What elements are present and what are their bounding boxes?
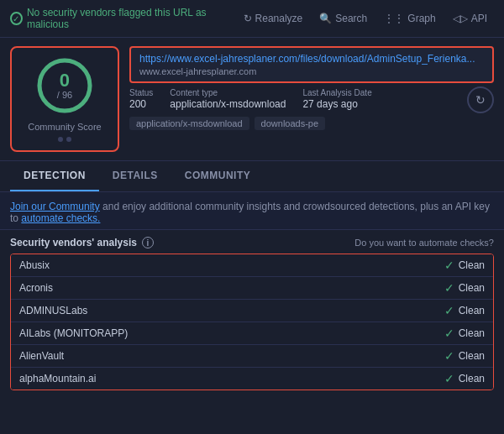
score-text: 0 / 96 bbox=[57, 71, 72, 100]
vendor-status-label: Clean bbox=[459, 373, 485, 384]
main-content: 0 / 96 Community Score https://www.excel… bbox=[0, 38, 504, 161]
dot-1 bbox=[58, 137, 63, 142]
safe-badge: ✓ No security vendors flagged this URL a… bbox=[10, 7, 232, 30]
tab-detection[interactable]: DETECTION bbox=[10, 161, 99, 191]
vendor-status-label: Clean bbox=[459, 305, 485, 316]
analysis-header: Security vendors' analysis i Do you want… bbox=[10, 237, 494, 248]
vendor-name: Abusix bbox=[19, 259, 50, 271]
table-row: alphaMountain.ai ✓ Clean bbox=[11, 368, 493, 390]
refresh-button[interactable]: ↻ bbox=[467, 86, 494, 113]
dot-2 bbox=[66, 137, 71, 142]
api-icon: ◁▷ bbox=[453, 13, 468, 24]
info-icon[interactable]: i bbox=[142, 237, 154, 248]
table-row: AILabs (MONITORAPP) ✓ Clean bbox=[11, 322, 493, 345]
search-icon: 🔍 bbox=[319, 13, 332, 24]
vendor-status: ✓ Clean bbox=[444, 304, 485, 317]
top-actions: ↻ Reanalyze 🔍 Search ⋮⋮ Graph ◁▷ API bbox=[237, 9, 494, 28]
content-type-label: Content type bbox=[170, 88, 286, 97]
score-dots bbox=[58, 137, 71, 142]
status-value: 200 bbox=[129, 98, 146, 110]
safe-message: No security vendors flagged this URL as … bbox=[27, 7, 232, 30]
join-community-link[interactable]: Join our Community bbox=[10, 201, 100, 212]
content-type-value: application/x-msdownload bbox=[170, 98, 286, 110]
tag-msdownload[interactable]: application/x-msdownload bbox=[129, 117, 249, 130]
url-section: https://www.excel-jahresplaner.com/files… bbox=[129, 46, 494, 152]
api-button[interactable]: ◁▷ API bbox=[446, 9, 494, 28]
vendor-list: Abusix ✓ Clean Acronis ✓ Clean ADMINUSLa… bbox=[10, 254, 494, 390]
analysis-section: Security vendors' analysis i Do you want… bbox=[0, 230, 504, 397]
vendor-name: ADMINUSLabs bbox=[19, 305, 87, 316]
url-box: https://www.excel-jahresplaner.com/files… bbox=[129, 46, 494, 83]
check-icon: ✓ bbox=[444, 349, 454, 363]
last-analysis-label: Last Analysis Date bbox=[302, 88, 371, 97]
graph-button[interactable]: ⋮⋮ Graph bbox=[377, 9, 442, 28]
vendor-name: alphaMountain.ai bbox=[19, 373, 96, 384]
tag-downloads-pe[interactable]: downloads-pe bbox=[255, 117, 326, 130]
meta-row: Status 200 Content type application/x-ms… bbox=[129, 88, 372, 110]
graph-icon: ⋮⋮ bbox=[384, 13, 404, 24]
score-circle: 0 / 96 bbox=[35, 56, 94, 115]
table-row: ADMINUSLabs ✓ Clean bbox=[11, 300, 493, 322]
vendor-status: ✓ Clean bbox=[444, 349, 485, 363]
vendor-status: ✓ Clean bbox=[444, 281, 485, 295]
vendor-name: AILabs (MONITORAPP) bbox=[19, 327, 128, 339]
safe-icon: ✓ bbox=[10, 12, 23, 25]
top-bar: ✓ No security vendors flagged this URL a… bbox=[0, 0, 504, 38]
check-icon: ✓ bbox=[444, 327, 454, 340]
tags-row: application/x-msdownload downloads-pe bbox=[129, 117, 372, 130]
reanalyze-icon: ↻ bbox=[244, 13, 252, 24]
automate-checks-link[interactable]: automate checks. bbox=[21, 212, 100, 224]
score-number: 0 bbox=[57, 71, 72, 90]
tab-details[interactable]: DETAILS bbox=[99, 161, 171, 191]
vendor-status-label: Clean bbox=[459, 327, 485, 339]
vendor-status-label: Clean bbox=[459, 259, 485, 271]
community-banner: Join our Community and enjoy additional … bbox=[0, 192, 504, 230]
search-button[interactable]: 🔍 Search bbox=[312, 9, 374, 28]
analysis-title: Security vendors' analysis i bbox=[10, 237, 154, 248]
score-denom: / 96 bbox=[57, 90, 72, 100]
tab-community[interactable]: COMMUNITY bbox=[171, 161, 265, 191]
url-domain: www.excel-jahresplaner.com bbox=[139, 66, 484, 76]
url-text[interactable]: https://www.excel-jahresplaner.com/files… bbox=[139, 53, 484, 65]
vendor-status: ✓ Clean bbox=[444, 327, 485, 340]
reanalyze-button[interactable]: ↻ Reanalyze bbox=[237, 9, 310, 28]
check-icon: ✓ bbox=[444, 259, 454, 272]
community-text: Join our Community and enjoy additional … bbox=[10, 201, 494, 224]
vendor-name: AlienVault bbox=[19, 350, 64, 362]
meta-content-type: Content type application/x-msdownload bbox=[170, 88, 286, 110]
meta-last-analysis: Last Analysis Date 27 days ago bbox=[302, 88, 371, 110]
last-analysis-value: 27 days ago bbox=[302, 98, 357, 110]
table-row: AlienVault ✓ Clean bbox=[11, 345, 493, 368]
vendor-status-label: Clean bbox=[459, 350, 485, 362]
vendor-status: ✓ Clean bbox=[444, 259, 485, 272]
score-label: Community Score bbox=[28, 122, 101, 132]
check-icon: ✓ bbox=[444, 304, 454, 317]
vendor-status: ✓ Clean bbox=[444, 372, 485, 385]
table-row: Abusix ✓ Clean bbox=[11, 254, 493, 277]
vendor-name: Acronis bbox=[19, 282, 53, 294]
check-icon: ✓ bbox=[444, 281, 454, 295]
vendor-status-label: Clean bbox=[459, 282, 485, 294]
table-row: Acronis ✓ Clean bbox=[11, 277, 493, 300]
check-icon: ✓ bbox=[444, 372, 454, 385]
score-card: 0 / 96 Community Score bbox=[10, 46, 119, 152]
meta-status: Status 200 bbox=[129, 88, 153, 110]
status-label: Status bbox=[129, 88, 153, 97]
tabs: DETECTION DETAILS COMMUNITY bbox=[0, 161, 504, 192]
automate-text: Do you want to automate checks? bbox=[354, 238, 494, 248]
